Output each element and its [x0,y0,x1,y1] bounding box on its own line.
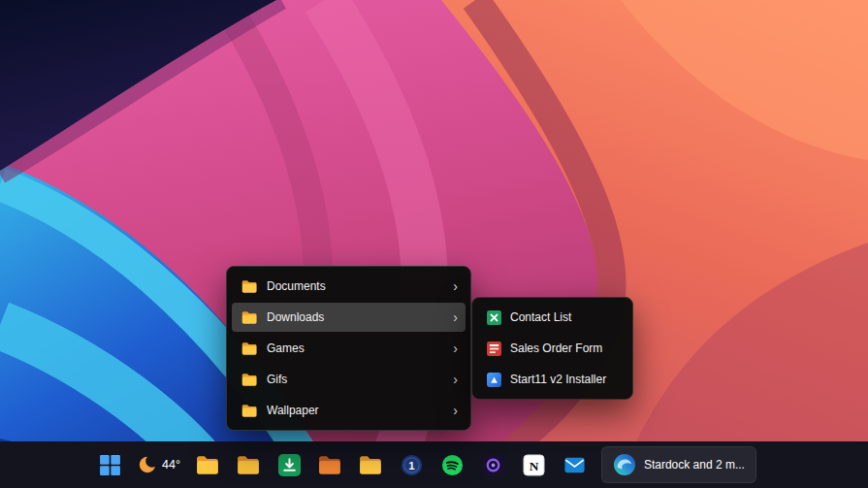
taskbar-folder-button-4[interactable] [352,445,391,484]
menu-item-wallpaper[interactable]: Wallpaper › [232,396,466,425]
weather-temperature: 44° [162,458,180,472]
taskbar-folder-button-2[interactable] [230,445,269,484]
notion-button[interactable]: N [515,445,554,484]
svg-text:N: N [530,458,539,472]
folder-icon [359,453,383,477]
chevron-right-icon: › [445,342,458,355]
folder-icon [241,342,258,356]
menu-item-games[interactable]: Games › [232,334,466,363]
weather-widget-button[interactable]: 44° [130,445,188,484]
excel-file-icon [487,310,501,325]
folder-icon [196,453,220,477]
menu-item-label: Games [267,342,445,355]
menu-item-gifs[interactable]: Gifs › [232,365,466,394]
folder-icon [237,453,261,477]
menu-item-label: Wallpaper [267,404,445,417]
menu-item-downloads[interactable]: Downloads › [232,303,466,332]
folder-icon [241,373,258,387]
chevron-right-icon: › [445,373,458,386]
menu-item-label: Documents [267,279,445,293]
folder-icon [241,279,258,294]
spotify-button[interactable] [434,445,472,484]
submenu-item-sales-order-form[interactable]: Sales Order Form [477,334,627,363]
spotify-icon [441,454,464,476]
svg-text:1: 1 [409,459,416,471]
submenu-item-contact-list[interactable]: Contact List [477,303,627,332]
download-app-button[interactable] [271,445,309,484]
taskbar-folder-button-3[interactable] [311,445,350,484]
form-file-icon [487,342,501,356]
submenu-item-start11-installer[interactable]: Start11 v2 Installer [477,365,627,394]
menu-item-label: Gifs [267,373,445,386]
notion-icon: N [523,454,545,476]
taskbar: 44° 1 [0,441,868,488]
windows-logo-icon [98,453,122,477]
chevron-right-icon: › [445,404,458,417]
chevron-right-icon: › [445,279,458,293]
submenu-item-label: Sales Order Form [510,342,620,355]
mail-icon [563,454,586,476]
menu-item-documents[interactable]: Documents › [232,272,466,301]
taskbar-folder-button-1[interactable] [189,445,228,484]
folder-orange-icon [318,453,342,477]
mail-button[interactable] [556,445,595,484]
download-icon [278,454,301,476]
menu-item-label: Downloads [267,310,445,324]
submenu-item-label: Start11 v2 Installer [510,373,620,386]
start-button[interactable] [90,445,129,484]
edge-icon [613,453,636,476]
submenu-item-label: Contact List [510,310,620,324]
folder-icon [241,404,258,418]
purple-app-button[interactable] [474,445,513,484]
window-group-label: Stardock and 2 m... [644,458,745,472]
folder-icon [241,310,258,325]
purple-app-icon [482,454,504,476]
downloads-submenu: Contact List Sales Order Form Start11 v2… [471,297,633,400]
installer-file-icon [487,373,501,387]
folder-flyout-menu: Documents › Downloads › Games › Gifs › W… [226,266,471,431]
1password-icon: 1 [401,454,423,476]
weather-moon-icon [138,455,157,474]
onepassword-button[interactable]: 1 [393,445,432,484]
chevron-right-icon: › [445,310,458,324]
edge-window-group-button[interactable]: Stardock and 2 m... [601,446,756,483]
